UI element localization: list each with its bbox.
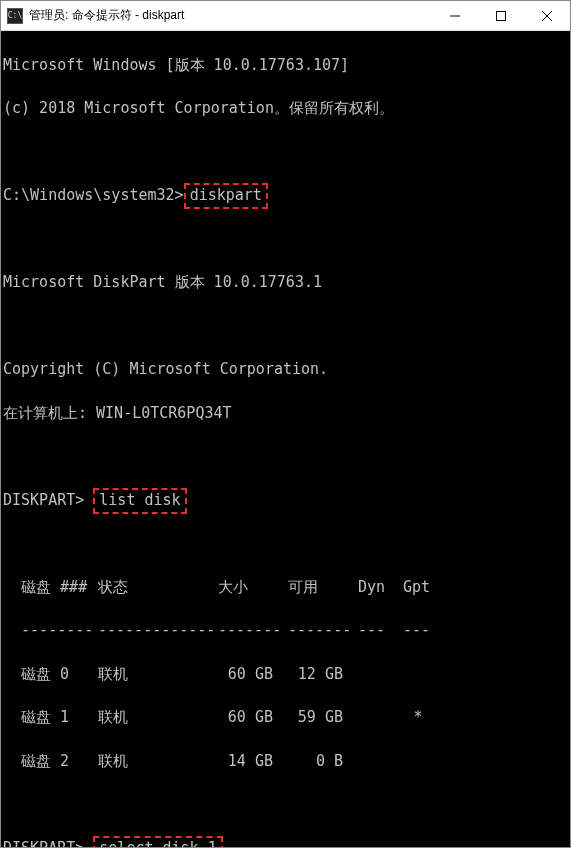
windows-copyright: (c) 2018 Microsoft Corporation。保留所有权利。 [3,98,568,120]
cmd-diskpart: diskpart [184,183,268,209]
dp-prompt-select-disk: DISKPART> select disk 1 [3,838,568,847]
terminal-area[interactable]: Microsoft Windows [版本 10.0.17763.107] (c… [1,31,570,847]
svg-rect-1 [497,11,506,20]
diskpart-copyright: Copyright (C) Microsoft Corporation. [3,359,568,381]
disk-table-sep: ----------------------------------------… [3,620,568,642]
maximize-button[interactable] [478,1,524,30]
titlebar-buttons [432,1,570,30]
window-title: 管理员: 命令提示符 - diskpart [29,7,432,24]
cmd-select-disk: select disk 1 [93,836,222,847]
on-computer: 在计算机上: WIN-L0TCR6PQ34T [3,403,568,425]
disk-table-header: 磁盘 ###状态大小可用DynGpt [3,577,568,599]
windows-version: Microsoft Windows [版本 10.0.17763.107] [3,55,568,77]
titlebar: C:\ 管理员: 命令提示符 - diskpart [1,1,570,31]
table-row: 磁盘 2联机14 GB 0 B [3,751,568,773]
cmd-list-disk: list disk [93,488,186,514]
minimize-button[interactable] [432,1,478,30]
cmd-icon: C:\ [7,8,23,24]
diskpart-version: Microsoft DiskPart 版本 10.0.17763.1 [3,272,568,294]
window: C:\ 管理员: 命令提示符 - diskpart Microsoft Wind… [0,0,571,848]
dp-prompt-list: DISKPART> list disk [3,490,568,512]
close-button[interactable] [524,1,570,30]
table-row: 磁盘 0联机60 GB12 GB [3,664,568,686]
prompt-line: C:\Windows\system32>diskpart [3,185,568,207]
table-row: 磁盘 1联机60 GB59 GB* [3,707,568,729]
